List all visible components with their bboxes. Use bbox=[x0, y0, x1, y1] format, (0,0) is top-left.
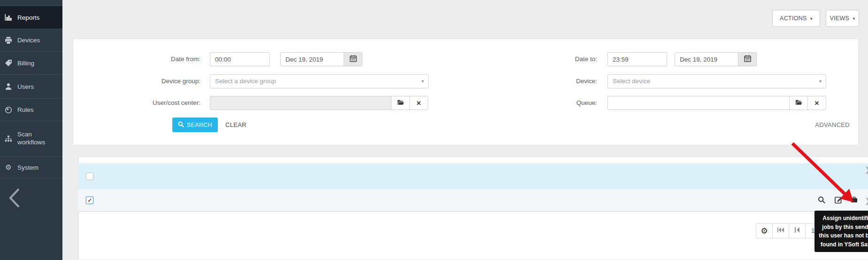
views-button-label: VIEWS bbox=[830, 15, 849, 22]
device-label: Device: bbox=[493, 74, 597, 88]
table-row[interactable] bbox=[78, 189, 868, 212]
close-icon: ✕ bbox=[416, 100, 422, 107]
search-button-label: SEARCH bbox=[187, 122, 212, 128]
sidebar-item-label: Reports bbox=[17, 14, 39, 21]
search-icon bbox=[178, 121, 184, 129]
device-placeholder: Select device bbox=[613, 78, 650, 85]
clipped-edge-icon: ❯ bbox=[865, 165, 868, 174]
date-from-calendar-button[interactable] bbox=[344, 52, 362, 66]
device-group-placeholder: Select a device group bbox=[215, 78, 276, 85]
sidebar-item-reports[interactable]: Reports bbox=[0, 6, 62, 29]
search-button[interactable]: SEARCH bbox=[172, 118, 218, 132]
device-select[interactable]: Select device ▾ bbox=[607, 74, 826, 88]
caret-down-icon: ▾ bbox=[422, 75, 424, 88]
sidebar-item-label: Rules bbox=[17, 106, 34, 113]
table-settings-button[interactable]: ⚙ bbox=[756, 223, 773, 238]
sidebar-item-billing[interactable]: Billing bbox=[0, 52, 62, 75]
queue-browse-button[interactable] bbox=[789, 96, 808, 110]
user-cost-center-input[interactable] bbox=[210, 96, 392, 110]
date-from-label: Date from: bbox=[94, 52, 200, 66]
row-assign-sender-button[interactable] bbox=[851, 189, 858, 212]
row-preview-button[interactable] bbox=[818, 189, 825, 212]
device-group-label: Device group: bbox=[94, 74, 200, 88]
views-button[interactable]: VIEWS ▾ bbox=[826, 10, 859, 27]
sidebar-item-label: Scan workflows bbox=[17, 131, 59, 147]
close-icon: ✕ bbox=[814, 100, 820, 107]
sidebar-item-label: Users bbox=[17, 83, 34, 90]
previous-page-icon bbox=[794, 227, 800, 235]
first-page-icon bbox=[777, 227, 784, 235]
clipped-edge-icon: ❯ bbox=[865, 197, 868, 205]
select-all-checkbox[interactable] bbox=[86, 173, 93, 180]
sidebar: Reports Devices Billing Users Rules Scan… bbox=[0, 0, 62, 260]
advanced-link[interactable]: ADVANCED bbox=[793, 118, 850, 132]
date-to-date-input[interactable] bbox=[675, 52, 738, 66]
tooltip-bold-text: Assign bbox=[822, 215, 841, 221]
briefcase-icon bbox=[851, 196, 858, 205]
user-icon bbox=[4, 83, 13, 90]
sidebar-collapse-button[interactable] bbox=[5, 186, 25, 210]
calendar-icon bbox=[350, 55, 357, 63]
folder-icon bbox=[397, 99, 404, 107]
queue-label: Queue: bbox=[493, 96, 597, 110]
chevron-left-icon bbox=[5, 203, 25, 211]
printer-icon bbox=[4, 37, 13, 44]
date-from-time-input[interactable] bbox=[210, 52, 270, 66]
assign-sender-tooltip: Assign unidentified jobs by this sender;… bbox=[814, 211, 868, 252]
sidebar-item-rules[interactable]: Rules bbox=[0, 99, 62, 121]
sidebar-item-label: Devices bbox=[17, 37, 40, 44]
tag-icon bbox=[4, 59, 13, 67]
first-page-button[interactable] bbox=[772, 223, 789, 238]
caret-down-icon: ▾ bbox=[810, 16, 813, 21]
bar-chart-icon bbox=[4, 14, 13, 21]
sidebar-item-label: Billing bbox=[17, 60, 34, 67]
table-header-row bbox=[78, 163, 868, 189]
folder-icon bbox=[795, 99, 802, 107]
magnifier-icon bbox=[818, 196, 825, 205]
calendar-icon bbox=[744, 55, 751, 63]
sidebar-item-label: System bbox=[17, 164, 38, 171]
actions-button-label: ACTIONS bbox=[780, 15, 807, 22]
sidebar-item-scan-workflows[interactable]: Scan workflows bbox=[0, 121, 62, 157]
edit-icon bbox=[835, 196, 842, 205]
caret-down-icon: ▾ bbox=[819, 75, 822, 88]
queue-clear-button[interactable]: ✕ bbox=[807, 96, 826, 110]
target-icon bbox=[4, 106, 13, 114]
sidebar-item-devices[interactable]: Devices bbox=[0, 29, 62, 52]
date-to-calendar-button[interactable] bbox=[738, 52, 757, 66]
user-cost-center-label: User/cost center: bbox=[94, 96, 200, 110]
user-cost-center-browse-button[interactable] bbox=[391, 96, 410, 110]
clear-button[interactable]: CLEAR bbox=[225, 118, 246, 132]
actions-button[interactable]: ACTIONS ▾ bbox=[772, 10, 820, 27]
caret-down-icon: ▾ bbox=[853, 16, 855, 21]
sidebar-item-system[interactable]: ⚙ System bbox=[0, 157, 62, 179]
date-to-label: Date to: bbox=[493, 52, 597, 66]
queue-input[interactable] bbox=[607, 96, 790, 110]
row-edit-button[interactable] bbox=[835, 189, 842, 212]
device-group-select[interactable]: Select a device group ▾ bbox=[210, 74, 429, 88]
row-checkbox[interactable]: ✓ bbox=[86, 197, 93, 204]
sitemap-icon bbox=[4, 135, 13, 142]
date-to-time-input[interactable] bbox=[607, 52, 667, 66]
date-from-date-input[interactable] bbox=[280, 52, 344, 66]
sidebar-item-partial bbox=[0, 0, 62, 6]
user-cost-center-clear-button[interactable]: ✕ bbox=[409, 96, 428, 110]
gear-icon: ⚙ bbox=[4, 163, 13, 172]
gear-icon: ⚙ bbox=[760, 227, 768, 235]
sidebar-item-users[interactable]: Users bbox=[0, 75, 62, 99]
previous-page-button[interactable] bbox=[789, 223, 806, 238]
